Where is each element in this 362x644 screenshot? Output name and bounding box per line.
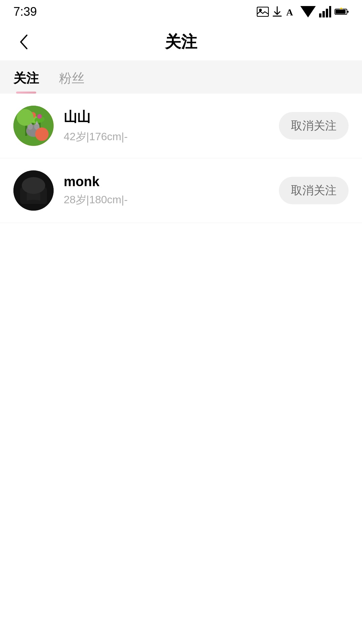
- wifi-icon: [300, 6, 316, 17]
- user-list: 山山 42岁|176cm|- 取消关注 monk 2: [0, 94, 362, 223]
- status-right-icons: A: [257, 6, 349, 17]
- svg-marker-3: [300, 6, 316, 17]
- status-bar: 7:39 A: [0, 0, 362, 23]
- avatar[interactable]: [13, 170, 54, 211]
- svg-rect-10: [347, 11, 349, 13]
- user-meta: 42岁|176cm|-: [64, 129, 279, 144]
- image-icon: [257, 7, 269, 17]
- svg-rect-0: [257, 7, 268, 16]
- svg-rect-7: [329, 6, 331, 17]
- svg-rect-4: [319, 13, 321, 17]
- svg-point-1: [259, 9, 262, 11]
- user-info: 山山 42岁|176cm|-: [64, 108, 279, 144]
- svg-rect-9: [336, 10, 346, 14]
- battery-icon: [335, 8, 349, 16]
- tabs-container: 关注 粉丝: [0, 60, 362, 94]
- svg-point-20: [37, 114, 42, 119]
- tab-followers[interactable]: 粉丝: [59, 70, 84, 94]
- header: 关注: [0, 23, 362, 60]
- svg-text:A: A: [286, 7, 293, 17]
- status-time: 7:39: [13, 5, 37, 19]
- monk-avatar-svg: [13, 170, 54, 211]
- svg-point-31: [30, 182, 37, 190]
- svg-point-29: [29, 180, 38, 189]
- user-name: 山山: [64, 108, 279, 126]
- svg-rect-14: [39, 122, 41, 136]
- download-icon: [272, 6, 282, 17]
- svg-point-18: [23, 115, 29, 120]
- user-meta: 28岁|180cm|-: [64, 193, 279, 207]
- shanshan-avatar-svg: [13, 106, 54, 146]
- user-info: monk 28岁|180cm|-: [64, 174, 279, 207]
- page-title: 关注: [165, 31, 197, 53]
- svg-rect-5: [322, 11, 325, 17]
- avatar[interactable]: [13, 106, 54, 146]
- svg-point-22: [27, 123, 33, 130]
- table-row: 山山 42岁|176cm|- 取消关注: [0, 94, 362, 158]
- user-name: monk: [64, 174, 279, 189]
- svg-marker-24: [29, 120, 32, 124]
- svg-point-19: [30, 112, 36, 118]
- signal-icon: [319, 6, 331, 17]
- back-button[interactable]: [13, 32, 34, 52]
- tab-following[interactable]: 关注: [13, 70, 39, 94]
- table-row: monk 28岁|180cm|- 取消关注: [0, 158, 362, 223]
- svg-point-26: [13, 170, 54, 211]
- font-icon: A: [286, 7, 297, 17]
- svg-rect-6: [326, 9, 328, 17]
- unfollow-button[interactable]: 取消关注: [279, 112, 349, 140]
- unfollow-button[interactable]: 取消关注: [279, 177, 349, 204]
- svg-point-30: [29, 180, 38, 185]
